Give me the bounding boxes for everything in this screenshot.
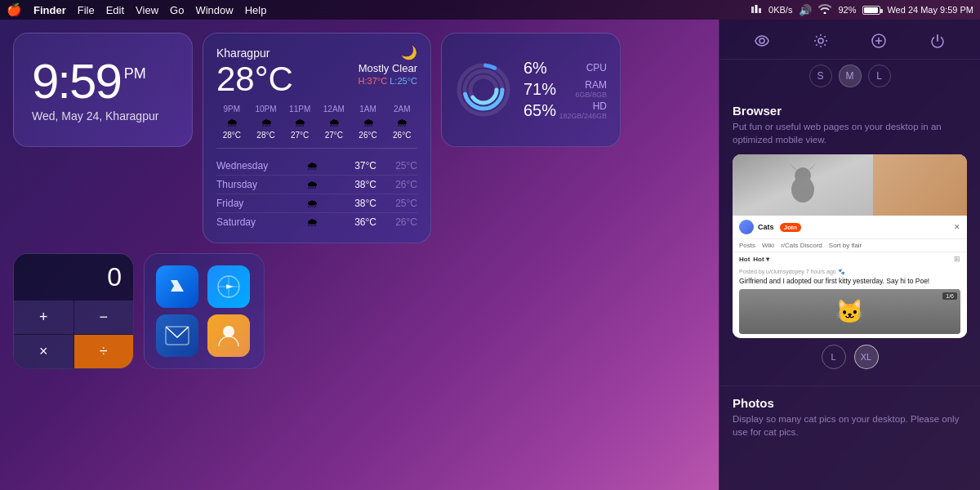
image-counter: 1/6	[942, 292, 957, 300]
daily-thursday-low: 26°C	[386, 179, 417, 190]
size-l-button[interactable]: L	[822, 345, 846, 369]
menubar-sound-icon[interactable]: 🔊	[799, 4, 812, 16]
widgets-area: 9:59 PM Wed, May 24, Kharagpur Kharagpur…	[0, 20, 719, 490]
menubar-right: 0KB/s 🔊 92% Wed 24 May 9:59 PM	[751, 4, 973, 16]
reddit-nav: Posts Wiki r/Cats Discord Sort by flair	[733, 239, 967, 252]
widgets-row1: 9:59 PM Wed, May 24, Kharagpur Kharagpur…	[13, 33, 706, 243]
svg-point-15	[760, 38, 764, 43]
svg-marker-20	[789, 163, 797, 171]
reddit-filter-hot[interactable]: Hot	[739, 256, 750, 263]
app-appstore[interactable]	[156, 265, 198, 308]
weather-hi-lo: H:37°C L:25°C	[359, 76, 417, 86]
hd-sub: 182GB/246GB	[559, 112, 607, 120]
hourly-1am: 1AM 🌧 26°C	[353, 105, 384, 140]
reddit-nav-flair[interactable]: Sort by flair	[829, 242, 862, 249]
daily-friday-high: 38°C	[345, 198, 376, 209]
hourly-12am-temp: 27°C	[318, 131, 350, 140]
widgets-row2: 0 + − × ÷	[13, 253, 706, 369]
hourly-2am-time: 2AM	[386, 105, 417, 114]
weather-widget: Kharagpur 🌙 28°C Mostly Clear H:37°C L:2…	[203, 33, 431, 243]
hourly-12am-icon: 🌧	[318, 116, 350, 129]
hourly-1am-icon: 🌧	[353, 116, 384, 129]
reddit-filter-bar: Hot Hot ▾ ⊞	[733, 252, 967, 265]
app-contacts[interactable]	[207, 314, 250, 357]
menubar-view[interactable]: View	[136, 4, 158, 16]
hourly-forecast: 9PM 🌧 28°C 10PM 🌧 28°C 11PM 🌧 27°C	[216, 105, 417, 149]
daily-saturday: Saturday 🌧 36°C 26°C	[216, 213, 417, 231]
clock-time-display: 9:59 PM	[32, 57, 174, 106]
menubar-file[interactable]: File	[78, 4, 95, 16]
browser-preview: Cats Join ✕ Posts Wiki r/Cats Discord So…	[733, 154, 967, 338]
app-safari[interactable]	[207, 265, 250, 308]
panel-s-icon[interactable]: S	[809, 65, 832, 87]
menubar-network: 0KB/s	[768, 5, 792, 15]
browser-cat-left	[733, 154, 873, 216]
app-mail[interactable]	[156, 314, 198, 357]
menubar-app-name[interactable]: Finder	[33, 4, 66, 16]
menubar-edit[interactable]: Edit	[106, 4, 124, 16]
system-ring-chart	[455, 61, 512, 118]
size-xl-button[interactable]: XL	[854, 345, 879, 369]
reddit-name: Cats	[758, 223, 774, 231]
svg-point-19	[795, 167, 811, 184]
reddit-options-icon[interactable]: ⊞	[954, 255, 960, 263]
hourly-11pm-time: 11PM	[284, 105, 315, 114]
weather-moon-icon: 🌙	[401, 45, 417, 60]
reddit-close-icon[interactable]: ✕	[954, 223, 960, 231]
daily-thursday: Thursday 🌧 38°C 26°C	[216, 176, 417, 194]
ram-label: RAM	[575, 79, 607, 91]
hourly-9pm-temp: 28°C	[216, 131, 247, 140]
svg-rect-0	[751, 7, 754, 13]
panel-power-icon[interactable]	[924, 28, 951, 54]
daily-friday-label: Friday	[216, 198, 278, 209]
reddit-nav-wiki[interactable]: Wiki	[762, 242, 774, 249]
menubar-window[interactable]: Window	[195, 4, 233, 16]
menubar-left: 🍎 Finder File Edit View Go Window Help	[7, 2, 266, 17]
ram-value: 71%	[523, 79, 556, 99]
panel-l-icon[interactable]: L	[868, 65, 891, 87]
battery-icon	[862, 6, 880, 15]
svg-rect-2	[759, 8, 761, 13]
panel-add-icon[interactable]	[866, 28, 892, 54]
cpu-value: 6%	[523, 58, 547, 78]
panel-eye-icon[interactable]	[749, 28, 775, 54]
calc-divide-button[interactable]: ÷	[74, 335, 134, 368]
calculator-widget: 0 + − × ÷	[13, 253, 134, 369]
size-selector: L XL	[733, 338, 967, 376]
hd-value: 65%	[523, 100, 556, 120]
daily-saturday-icon: 🌧	[278, 216, 345, 229]
calc-plus-button[interactable]: +	[14, 301, 74, 334]
weather-temp: 28°C	[216, 62, 293, 96]
browser-title: Browser	[733, 104, 967, 118]
hourly-1am-temp: 26°C	[353, 131, 384, 140]
panel-settings-icon[interactable]	[808, 28, 834, 54]
panel-m-icon[interactable]: M	[839, 65, 862, 87]
reddit-avatar	[739, 220, 754, 234]
reddit-post: Posted by u/clumsydopey 7 hours ago 🐾 Gi…	[733, 265, 967, 338]
daily-friday-icon: 🌧	[278, 197, 345, 210]
clock-digits: 9:59	[32, 57, 121, 106]
daily-wednesday-high: 37°C	[345, 160, 376, 172]
svg-rect-1	[755, 5, 758, 13]
menubar-help[interactable]: Help	[245, 4, 267, 16]
reddit-join-button[interactable]: Join	[780, 223, 801, 232]
menubar-battery-pct: 92%	[838, 5, 856, 15]
menubar-datetime[interactable]: Wed 24 May 9:59 PM	[887, 5, 973, 15]
daily-thursday-label: Thursday	[216, 179, 278, 190]
apple-menu[interactable]: 🍎	[7, 2, 22, 17]
right-panel: S M L Browser Put fun or useful web page…	[719, 20, 980, 490]
weather-header: Kharagpur 🌙	[216, 45, 417, 60]
menubar-wifi-icon[interactable]	[818, 4, 831, 16]
cpu-label: CPU	[586, 62, 607, 74]
calc-minus-button[interactable]: −	[74, 301, 134, 334]
svg-point-16	[818, 38, 823, 43]
daily-saturday-high: 36°C	[345, 216, 376, 228]
reddit-nav-posts[interactable]: Posts	[739, 242, 755, 249]
daily-thursday-high: 38°C	[345, 179, 376, 190]
weather-main: 28°C Mostly Clear H:37°C L:25°C	[216, 62, 417, 96]
calc-multiply-button[interactable]: ×	[14, 335, 74, 368]
cpu-row: 6% CPU	[523, 58, 607, 78]
reddit-nav-discord[interactable]: r/Cats Discord	[781, 242, 822, 249]
menubar-go[interactable]: Go	[170, 4, 184, 16]
svg-marker-21	[808, 163, 817, 171]
